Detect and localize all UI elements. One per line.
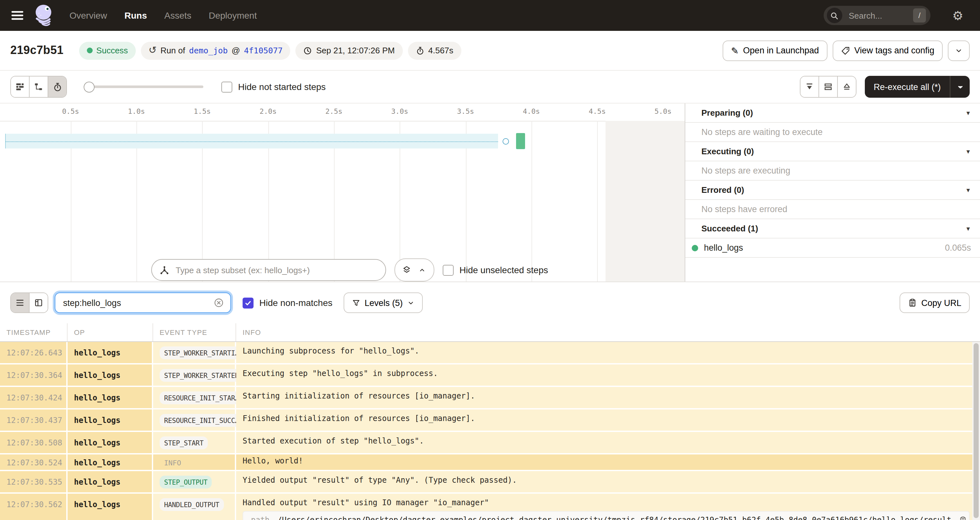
log-info-text: Yielded output "result" of type "Any". (… (243, 476, 974, 485)
column-header-event-type[interactable]: EVENT TYPE (153, 323, 236, 341)
gantt-step-bar-hello-logs[interactable] (516, 133, 525, 149)
timed-view-icon[interactable] (48, 76, 66, 97)
nav-item-deployment[interactable]: Deployment (209, 10, 257, 21)
copy-url-button[interactable]: Copy URL (899, 292, 970, 313)
dagster-logo-icon[interactable] (32, 3, 55, 28)
gantt-view-mode-group (10, 76, 67, 98)
log-row[interactable]: 12:07:30.424hello_logsRESOURCE_INIT_STAR… (0, 387, 980, 409)
zoom-slider[interactable] (84, 82, 203, 92)
hide-unselected-checkbox-row[interactable]: Hide unselected steps (443, 265, 548, 276)
path-link[interactable]: /Users/erincochran/Desktop/dagster-examp… (277, 515, 951, 520)
section-header-errored[interactable]: Errored (0)▼ (685, 181, 980, 200)
log-cell-timestamp: 12:07:30.535 (0, 471, 68, 492)
settings-gear-icon[interactable]: ⚙ (952, 10, 963, 22)
log-cell-event-type: STEP_START (153, 432, 236, 453)
job-link[interactable]: demo_job (189, 46, 228, 55)
log-op-name: hello_logs (74, 393, 121, 403)
column-header-op[interactable]: OP (68, 323, 153, 341)
axis-tick: 5.0s (654, 107, 671, 116)
clear-filter-icon[interactable] (214, 298, 224, 308)
copy-path-icon[interactable] (959, 516, 967, 520)
log-op-name: hello_logs (74, 371, 121, 380)
run-body-split: 0.5s1.0s1.5s2.0s2.5s3.0s3.5s4.0s4.5s5.0s (0, 103, 980, 282)
step-success-dot (692, 244, 698, 251)
collapse-down-icon[interactable] (800, 76, 819, 97)
section-title: Succeeded (1) (702, 224, 758, 233)
succeeded-step-row[interactable]: hello_logs0.065s (685, 238, 980, 258)
hide-not-started-checkbox-row[interactable]: Hide not started steps (221, 81, 326, 92)
log-row[interactable]: 12:07:30.562hello_logsHANDLED_OUTPUTHand… (0, 494, 980, 520)
menu-icon[interactable] (9, 7, 26, 24)
nav-item-runs[interactable]: Runs (124, 10, 147, 21)
log-toolbar: Hide non-matches Levels (5) Copy URL (0, 282, 980, 323)
rows-icon[interactable] (819, 76, 837, 97)
view-tags-config-button[interactable]: View tags and config (832, 40, 943, 61)
log-row[interactable]: 12:07:30.437hello_logsRESOURCE_INIT_SUCC… (0, 409, 980, 432)
gridline (531, 121, 532, 282)
nav-item-assets[interactable]: Assets (164, 10, 191, 21)
log-cell-info: Launching subprocess for "hello_logs". (236, 342, 980, 363)
section-empty-text: No steps have errored (685, 200, 980, 219)
log-cell-info: Executing step "hello_logs" in subproces… (236, 365, 980, 386)
global-search[interactable]: / (824, 6, 931, 25)
reexecute-dropdown-caret[interactable] (950, 76, 970, 98)
hide-not-started-checkbox[interactable] (221, 81, 232, 92)
waterfall-view-icon[interactable] (30, 76, 48, 97)
step-name: hello_logs (704, 243, 743, 253)
flat-view-icon[interactable] (11, 76, 30, 97)
commit-link[interactable]: 4f105077 (244, 46, 283, 55)
log-structured-view-icon[interactable] (30, 293, 48, 312)
log-rows-list: 12:07:26.643hello_logsSTEP_WORKER_STARTI… (0, 342, 980, 520)
step-duration: 0.065s (945, 243, 971, 253)
step-subset-input-wrap[interactable] (151, 259, 386, 281)
log-cell-info: Started execution of step "hello_logs". (236, 432, 980, 453)
log-filter-input[interactable] (62, 297, 208, 308)
log-timestamp: 12:07:30.508 (6, 438, 62, 447)
slider-knob[interactable] (84, 82, 95, 93)
status-dot (86, 48, 92, 53)
log-event-type-tag: RESOURCE_INIT_SUCC… (159, 414, 243, 427)
log-cell-info: Yielded output "result" of type "Any". (… (236, 471, 980, 492)
slider-track (84, 86, 203, 88)
nav-item-overview[interactable]: Overview (70, 10, 107, 21)
log-filter-input-wrap[interactable] (55, 292, 231, 313)
log-cell-event-type: HANDLED_OUTPUT (153, 494, 236, 520)
eject-icon[interactable] (837, 76, 856, 97)
section-header-preparing[interactable]: Preparing (0)▼ (685, 103, 980, 123)
log-row[interactable]: 12:07:30.535hello_logsSTEP_OUTPUTYielded… (0, 471, 980, 494)
section-header-succeeded[interactable]: Succeeded (1)▼ (685, 219, 980, 238)
log-view-mode-group (10, 292, 48, 313)
search-input[interactable] (848, 10, 908, 21)
log-op-name: hello_logs (74, 349, 121, 357)
step-subset-input[interactable] (174, 265, 378, 276)
column-header-timestamp[interactable]: TIMESTAMP (0, 323, 68, 341)
log-row[interactable]: 12:07:30.508hello_logsSTEP_STARTStarted … (0, 432, 980, 455)
log-info-text: Finished initialization of resources [io… (243, 414, 974, 423)
log-timestamp: 12:07:30.364 (6, 371, 62, 380)
hide-non-matches-checkbox-row[interactable]: Hide non-matches (243, 297, 332, 308)
open-in-launchpad-button[interactable]: ✎ Open in Launchpad (722, 40, 827, 61)
timestamp-pill: Sep 21, 12:07:26 PM (296, 41, 402, 59)
axis-tick: 2.0s (259, 107, 277, 116)
gantt-waiting-bar[interactable] (5, 134, 498, 149)
hide-unselected-checkbox[interactable] (443, 265, 453, 276)
reexecute-all-button[interactable]: Re-execute all (*) (864, 76, 970, 98)
hide-non-matches-checkbox[interactable] (243, 297, 253, 308)
log-scrollbar-thumb[interactable] (974, 343, 979, 518)
caret-up-icon[interactable] (414, 259, 434, 281)
log-list-view-icon[interactable] (11, 293, 30, 312)
log-scrollbar-track[interactable] (972, 342, 980, 520)
column-header-info[interactable]: INFO (236, 323, 980, 341)
log-row[interactable]: 12:07:26.643hello_logsSTEP_WORKER_STARTI… (0, 342, 980, 365)
log-row[interactable]: 12:07:30.524hello_logsINFOHello, world! (0, 455, 980, 471)
log-cell-timestamp: 12:07:30.437 (0, 409, 68, 431)
layers-icon[interactable] (395, 259, 414, 281)
graph-options-group (395, 258, 434, 282)
section-header-executing[interactable]: Executing (0)▼ (685, 142, 980, 161)
history-icon: ↺ (149, 45, 157, 55)
levels-filter-button[interactable]: Levels (5) (343, 292, 423, 313)
log-event-type-tag: RESOURCE_INIT_STAR… (159, 392, 243, 404)
log-row[interactable]: 12:07:30.364hello_logsSTEP_WORKER_STARTE… (0, 365, 980, 387)
run-actions-chevron-button[interactable] (948, 40, 970, 61)
log-op-name: hello_logs (74, 416, 121, 425)
